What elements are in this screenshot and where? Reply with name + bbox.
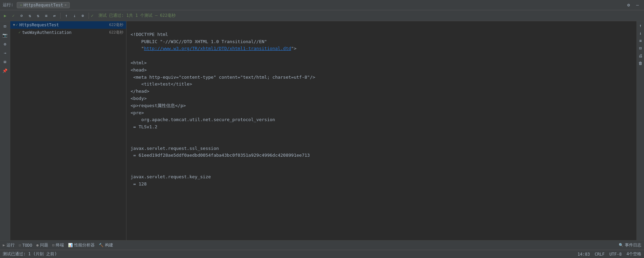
run-toolbar: ▶ ✓ ⊘ ⇅ ⇅ ≡ ⇌ ↑ ↓ ⊕ ✓ 测试 已通过: 1共 1 个测试 –…	[0, 10, 644, 21]
print-icon[interactable]: 🖨	[638, 53, 644, 59]
toolbar-separator	[60, 13, 61, 19]
status-right: 14:83 CRLF UTF-8 4个空格	[578, 251, 641, 257]
test-child-pass-icon: ✓	[18, 30, 21, 35]
scroll-down-button[interactable]: ↓	[71, 12, 78, 20]
problems-bottom-item[interactable]: ● 问题	[36, 242, 48, 248]
test-result-text: 测试已通过: 1 (片刻 之前)	[3, 251, 57, 257]
dtd-link[interactable]: http://www.w3.org/TR/xhtml1/DTD/xhtml1-t…	[144, 46, 291, 51]
test-item-child[interactable]: ✓ twoWayAuthentication 622毫秒	[10, 29, 126, 36]
chevron-down-icon: ▼	[13, 23, 15, 27]
main-area: ⊡ 📷 ⚙ → ⊞ 📌 ▼ ✓ HttpsRequestTest 622毫秒 ✓…	[0, 21, 644, 240]
code-line-10: <body>	[131, 96, 147, 101]
event-log-item[interactable]: 🔍 事件日志	[619, 242, 641, 248]
test-pass-icon: ✓	[16, 23, 18, 27]
code-line-9: </head>	[131, 89, 149, 94]
code-line-2: PUBLIC "-//W3C//DTD XHTML 1.0 Transition…	[131, 39, 267, 44]
code-line-5: <html>	[131, 60, 147, 65]
run-bottom-icon: ▶	[3, 243, 5, 247]
rerun-failed-button[interactable]: ⇅	[34, 12, 42, 20]
status-bar: 测试已通过: 1 (片刻 之前) 14:83 CRLF UTF-8 4个空格	[0, 250, 644, 258]
code-line-3: "http://www.w3.org/TR/xhtml1/DTD/xhtml1-…	[131, 46, 296, 51]
diff-icon[interactable]: ≡	[638, 38, 644, 44]
code-line-21: javax.servlet.request.key_size	[131, 174, 211, 179]
test-root-time: 622毫秒	[109, 22, 123, 27]
build-bottom-item[interactable]: 🔨 构建	[99, 242, 113, 248]
expand-button[interactable]: ⊕	[79, 12, 86, 20]
terminal-bottom-item[interactable]: ⊡ 终端	[52, 242, 64, 248]
test-result-status[interactable]: 测试已通过: 1 (片刻 之前)	[3, 251, 57, 257]
code-line-6: <head>	[131, 67, 147, 73]
test-root-name: HttpsRequestTest	[19, 23, 59, 27]
run-bottom-label: 运行	[6, 242, 15, 248]
terminal-icon: ⊡	[52, 243, 55, 247]
run-bottom-item[interactable]: ▶ 运行	[3, 242, 15, 248]
encoding-text: UTF-8	[609, 252, 622, 257]
run-status-text: 测试 已通过: 1共 1 个测试 – 622毫秒	[98, 13, 176, 18]
stop-button[interactable]: ⊘	[18, 12, 25, 20]
settings-icon[interactable]: ⚙	[625, 1, 632, 9]
browser-icon[interactable]: ⊡	[638, 45, 644, 51]
code-block: <!DOCTYPE html PUBLIC "-//W3C//DTD XHTML…	[131, 24, 632, 195]
scroll-down-icon[interactable]: ↓	[638, 30, 644, 36]
test-tree-panel: ▼ ✓ HttpsRequestTest 622毫秒 ✓ twoWayAuthe…	[10, 21, 126, 240]
delete-icon[interactable]: 🗑	[638, 60, 644, 66]
position-text: 14:83	[578, 252, 590, 257]
rerun-button[interactable]: ⇅	[26, 12, 33, 20]
toolbar-separator2	[89, 13, 89, 19]
filter-button[interactable]: ⇌	[51, 12, 58, 20]
tab-name: HttpsRequestTest	[24, 3, 63, 8]
run-with-coverage-button[interactable]: ✓	[10, 12, 17, 20]
sidebar-icon-4[interactable]: →	[1, 49, 9, 57]
minimize-icon[interactable]: —	[634, 1, 641, 9]
line-ending[interactable]: CRLF	[595, 251, 605, 257]
line-ending-text: CRLF	[595, 252, 605, 257]
sort-button[interactable]: ≡	[42, 12, 50, 20]
top-toolbar-right: ⚙ —	[625, 1, 641, 9]
content-area[interactable]: <!DOCTYPE html PUBLIC "-//W3C//DTD XHTML…	[126, 21, 636, 240]
run-label: 运行:	[3, 2, 13, 8]
sidebar-icon-1[interactable]: ⊡	[1, 23, 9, 30]
code-line-8: <title>test</title>	[131, 81, 192, 87]
left-sidebar: ⊡ 📷 ⚙ → ⊞ 📌	[0, 21, 10, 240]
event-log-icon: 🔍	[619, 243, 623, 247]
sidebar-icon-2[interactable]: 📷	[1, 31, 9, 39]
code-line-11: <p>request属性信息</p>	[131, 103, 186, 108]
code-line-1: <!DOCTYPE html	[131, 32, 168, 37]
code-line-22: = 128	[131, 181, 147, 186]
event-log-label: 事件日志	[625, 242, 641, 248]
build-label: 构建	[105, 242, 113, 248]
scroll-up-icon[interactable]: ↑	[638, 23, 644, 29]
todo-label: TODO	[22, 243, 32, 248]
problems-label: 问题	[40, 242, 48, 248]
top-toolbar: 运行: ✦ HttpsRequestTest × ⚙ —	[0, 0, 644, 10]
profiler-bottom-item[interactable]: 📊 性能分析器	[68, 242, 95, 248]
code-line-12: <pre>	[131, 110, 144, 115]
code-line-18: = 61eed19df28ae5ddf0aedbd0054faba43bc0f0…	[131, 153, 310, 158]
test-child-name: twoWayAuthentication	[22, 30, 72, 35]
encoding[interactable]: UTF-8	[609, 251, 622, 257]
sidebar-icon-6[interactable]: 📌	[1, 67, 9, 75]
code-line-17: javax.servlet.request.ssl_session	[131, 146, 219, 151]
sidebar-icon-3[interactable]: ⚙	[1, 40, 9, 48]
cursor-position[interactable]: 14:83	[578, 251, 590, 257]
status-check-icon: ✓	[91, 13, 94, 18]
tab-close-button[interactable]: ×	[64, 3, 67, 7]
code-line-14: = TLSv1.2	[131, 124, 157, 129]
test-item-root[interactable]: ▼ ✓ HttpsRequestTest 622毫秒	[10, 21, 126, 29]
indent-text: 4个空格	[627, 251, 641, 257]
todo-bottom-item[interactable]: ☑ TODO	[19, 243, 32, 248]
active-tab[interactable]: ✦ HttpsRequestTest ×	[17, 2, 70, 8]
run-button[interactable]: ▶	[1, 12, 9, 20]
todo-icon: ☑	[19, 243, 21, 247]
bottom-toolbar: ▶ 运行 ☑ TODO ● 问题 ⊡ 终端 📊 性能分析器 🔨 构建 🔍 事件日…	[0, 240, 644, 250]
profiler-label: 性能分析器	[74, 242, 95, 248]
scroll-up-button[interactable]: ↑	[63, 12, 70, 20]
code-line-7: <meta http-equiv="content-type" content=…	[131, 75, 315, 80]
test-child-time: 622毫秒	[109, 30, 123, 35]
profiler-icon: 📊	[68, 243, 73, 247]
problems-icon: ●	[36, 243, 39, 247]
build-icon: 🔨	[99, 243, 104, 247]
sidebar-icon-5[interactable]: ⊞	[1, 58, 9, 66]
right-sidebar: ↑ ↓ ≡ ⊡ 🖨 🗑	[636, 21, 644, 240]
indent-setting[interactable]: 4个空格	[627, 251, 641, 257]
